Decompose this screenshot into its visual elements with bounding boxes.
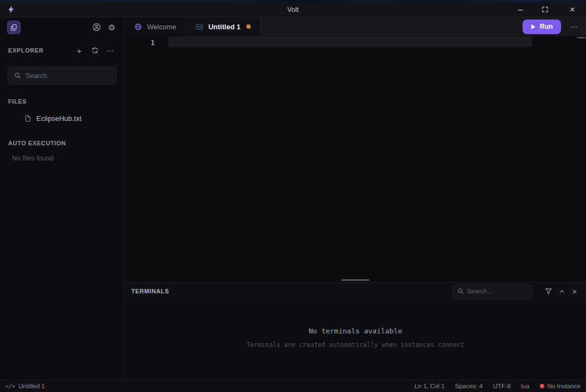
editor-scrollbar-track [581,36,581,282]
instance-status-label: No Instance [547,383,581,389]
gear-icon: ⚙ [108,23,115,31]
statusbar-file[interactable]: </> Untitled 1 [5,383,45,389]
tab-untitled-1[interactable]: Untitled 1 [186,17,260,36]
close-icon: × [572,287,577,295]
search-icon [457,288,464,294]
more-horizontal-icon: ⋯ [107,47,115,54]
editor-more-button[interactable]: ⋯ [570,23,578,30]
titlebar: Volt – × [0,2,586,17]
sidebar: ⚙ EXPLORER + ⋯ [0,17,125,380]
auto-execution-empty-text: No files found [12,155,124,162]
language-mode[interactable]: lua [521,383,529,389]
tab-label: Untitled 1 [208,23,240,31]
tab-welcome[interactable]: Welcome [125,17,186,36]
files-section-label: FILES [8,98,124,105]
explorer-label: EXPLORER [8,47,43,54]
file-item-eclipsehub[interactable]: EclipseHub.txt [0,112,124,125]
window-title: Volt [0,6,586,14]
panel-resize-handle[interactable] [341,279,370,281]
terminals-header: TERMINALS [125,282,586,300]
line-number: 1 [125,38,168,47]
terminals-empty-title: No terminals available [309,327,402,335]
cursor-position[interactable]: Ln 1, Col 1 [415,383,445,389]
explorer-search-input[interactable] [26,72,113,80]
terminals-search-input[interactable] [467,288,528,294]
maximize-button[interactable] [542,6,551,13]
files-view-button[interactable] [7,21,21,34]
indentation-setting[interactable]: Spaces: 4 [455,383,483,389]
main-area: ⚙ EXPLORER + ⋯ [0,17,586,380]
instance-status[interactable]: No Instance [540,383,581,389]
editor-line-1: 1 [125,37,586,48]
plus-icon: + [77,47,82,55]
terminals-title: TERMINALS [131,288,169,294]
terminals-collapse-button[interactable] [557,286,566,296]
settings-gear-button[interactable]: ⚙ [106,22,117,33]
explorer-more-button[interactable]: ⋯ [106,46,116,55]
globe-icon [134,23,142,31]
statusbar-file-label: Untitled 1 [18,383,45,389]
explorer-search[interactable] [8,67,117,85]
new-file-button[interactable]: + [74,46,84,55]
unsaved-dot [246,24,251,29]
status-bar: </> Untitled 1 Ln 1, Col 1 Spaces: 4 UTF… [0,380,586,392]
instance-status-dot [540,384,544,388]
statusbar-right: Ln 1, Col 1 Spaces: 4 UTF-8 lua No Insta… [415,383,581,389]
code-icon: </> [5,383,15,389]
tab-label: Welcome [147,23,176,31]
play-icon [531,24,536,30]
terminals-filter-button[interactable] [544,286,553,296]
terminals-panel: TERMINALS [125,282,586,380]
editor-column: Welcome Untitled 1 Run [125,17,586,380]
editor-scrollbar-thumb[interactable] [577,37,585,38]
explorer-section-header: EXPLORER + ⋯ [0,46,124,55]
code-file-icon [195,23,203,31]
search-icon [14,72,21,79]
sidebar-header: ⚙ [0,17,124,37]
terminals-search[interactable] [453,285,533,298]
encoding-setting[interactable]: UTF-8 [493,383,511,389]
files-copy-icon [10,24,17,31]
file-icon [24,115,31,122]
run-label: Run [540,23,553,30]
close-button[interactable]: × [568,5,577,14]
terminals-close-button[interactable]: × [570,286,579,296]
code-editor[interactable]: 1 [125,36,586,282]
terminals-empty-state: No terminals available Terminals are cre… [125,300,586,380]
run-button[interactable]: Run [523,20,561,34]
tab-bar-spacer [260,17,523,36]
window-controls: – × [515,5,586,14]
refresh-button[interactable] [90,46,100,55]
volt-logo-icon [7,5,15,14]
file-name: EclipseHub.txt [36,114,81,123]
account-button[interactable] [91,22,102,33]
tab-bar: Welcome Untitled 1 Run [125,17,586,36]
auto-execution-label: AUTO EXECUTION [8,140,124,146]
terminals-empty-subtitle: Terminals are created automatically when… [246,341,464,349]
minimize-button[interactable]: – [515,5,525,14]
